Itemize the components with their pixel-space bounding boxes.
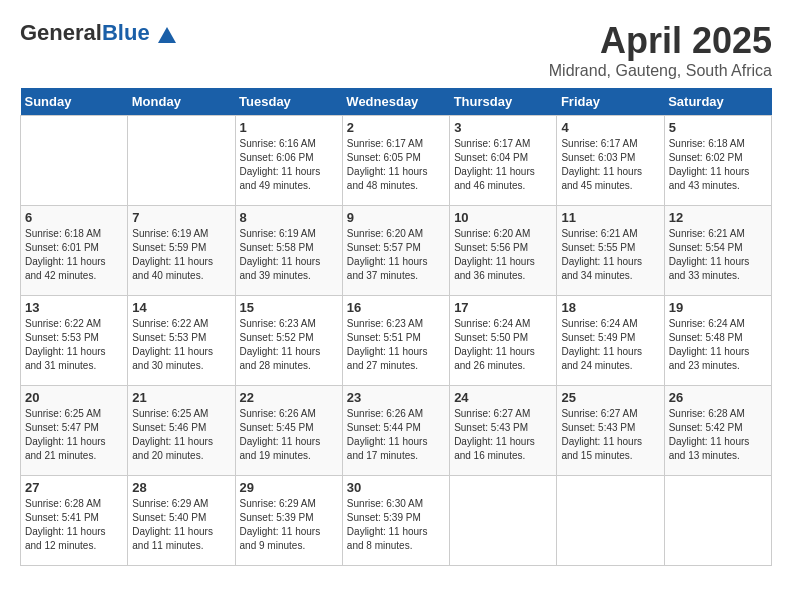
logo-general: General (20, 20, 102, 45)
day-info: Sunrise: 6:30 AMSunset: 5:39 PMDaylight:… (347, 497, 445, 553)
calendar-cell: 29Sunrise: 6:29 AMSunset: 5:39 PMDayligh… (235, 476, 342, 566)
day-info: Sunrise: 6:20 AMSunset: 5:56 PMDaylight:… (454, 227, 552, 283)
calendar-cell: 11Sunrise: 6:21 AMSunset: 5:55 PMDayligh… (557, 206, 664, 296)
calendar-cell: 19Sunrise: 6:24 AMSunset: 5:48 PMDayligh… (664, 296, 771, 386)
day-number: 10 (454, 210, 552, 225)
calendar-cell: 23Sunrise: 6:26 AMSunset: 5:44 PMDayligh… (342, 386, 449, 476)
calendar-cell: 10Sunrise: 6:20 AMSunset: 5:56 PMDayligh… (450, 206, 557, 296)
calendar-cell: 18Sunrise: 6:24 AMSunset: 5:49 PMDayligh… (557, 296, 664, 386)
weekday-header: Thursday (450, 88, 557, 116)
calendar-cell: 14Sunrise: 6:22 AMSunset: 5:53 PMDayligh… (128, 296, 235, 386)
day-info: Sunrise: 6:29 AMSunset: 5:40 PMDaylight:… (132, 497, 230, 553)
calendar-cell: 6Sunrise: 6:18 AMSunset: 6:01 PMDaylight… (21, 206, 128, 296)
day-info: Sunrise: 6:25 AMSunset: 5:46 PMDaylight:… (132, 407, 230, 463)
day-number: 28 (132, 480, 230, 495)
day-number: 13 (25, 300, 123, 315)
calendar-cell: 24Sunrise: 6:27 AMSunset: 5:43 PMDayligh… (450, 386, 557, 476)
location-title: Midrand, Gauteng, South Africa (549, 62, 772, 80)
calendar-cell: 26Sunrise: 6:28 AMSunset: 5:42 PMDayligh… (664, 386, 771, 476)
day-number: 30 (347, 480, 445, 495)
day-info: Sunrise: 6:21 AMSunset: 5:54 PMDaylight:… (669, 227, 767, 283)
page-header: GeneralBlue April 2025 Midrand, Gauteng,… (20, 20, 772, 80)
day-info: Sunrise: 6:19 AMSunset: 5:59 PMDaylight:… (132, 227, 230, 283)
day-number: 25 (561, 390, 659, 405)
svg-marker-0 (158, 27, 176, 43)
calendar-cell: 5Sunrise: 6:18 AMSunset: 6:02 PMDaylight… (664, 116, 771, 206)
day-number: 18 (561, 300, 659, 315)
day-number: 3 (454, 120, 552, 135)
day-number: 6 (25, 210, 123, 225)
calendar-cell: 25Sunrise: 6:27 AMSunset: 5:43 PMDayligh… (557, 386, 664, 476)
day-number: 4 (561, 120, 659, 135)
day-number: 29 (240, 480, 338, 495)
day-info: Sunrise: 6:27 AMSunset: 5:43 PMDaylight:… (454, 407, 552, 463)
calendar-week-row: 13Sunrise: 6:22 AMSunset: 5:53 PMDayligh… (21, 296, 772, 386)
calendar-cell (128, 116, 235, 206)
day-number: 8 (240, 210, 338, 225)
day-info: Sunrise: 6:20 AMSunset: 5:57 PMDaylight:… (347, 227, 445, 283)
calendar-cell (450, 476, 557, 566)
day-info: Sunrise: 6:17 AMSunset: 6:05 PMDaylight:… (347, 137, 445, 193)
calendar-week-row: 20Sunrise: 6:25 AMSunset: 5:47 PMDayligh… (21, 386, 772, 476)
calendar-cell: 13Sunrise: 6:22 AMSunset: 5:53 PMDayligh… (21, 296, 128, 386)
day-info: Sunrise: 6:23 AMSunset: 5:51 PMDaylight:… (347, 317, 445, 373)
day-number: 16 (347, 300, 445, 315)
day-info: Sunrise: 6:18 AMSunset: 6:02 PMDaylight:… (669, 137, 767, 193)
month-title: April 2025 (549, 20, 772, 62)
weekday-header: Friday (557, 88, 664, 116)
weekday-header: Tuesday (235, 88, 342, 116)
calendar-cell: 7Sunrise: 6:19 AMSunset: 5:59 PMDaylight… (128, 206, 235, 296)
weekday-header: Saturday (664, 88, 771, 116)
calendar-cell: 8Sunrise: 6:19 AMSunset: 5:58 PMDaylight… (235, 206, 342, 296)
day-number: 1 (240, 120, 338, 135)
day-info: Sunrise: 6:21 AMSunset: 5:55 PMDaylight:… (561, 227, 659, 283)
day-info: Sunrise: 6:16 AMSunset: 6:06 PMDaylight:… (240, 137, 338, 193)
logo: GeneralBlue (20, 20, 178, 47)
calendar-table: SundayMondayTuesdayWednesdayThursdayFrid… (20, 88, 772, 566)
day-info: Sunrise: 6:18 AMSunset: 6:01 PMDaylight:… (25, 227, 123, 283)
day-number: 20 (25, 390, 123, 405)
weekday-header-row: SundayMondayTuesdayWednesdayThursdayFrid… (21, 88, 772, 116)
day-number: 14 (132, 300, 230, 315)
calendar-cell: 3Sunrise: 6:17 AMSunset: 6:04 PMDaylight… (450, 116, 557, 206)
day-number: 11 (561, 210, 659, 225)
logo-text: GeneralBlue (20, 20, 178, 47)
day-info: Sunrise: 6:28 AMSunset: 5:42 PMDaylight:… (669, 407, 767, 463)
day-number: 19 (669, 300, 767, 315)
calendar-cell: 21Sunrise: 6:25 AMSunset: 5:46 PMDayligh… (128, 386, 235, 476)
day-info: Sunrise: 6:26 AMSunset: 5:45 PMDaylight:… (240, 407, 338, 463)
calendar-cell: 9Sunrise: 6:20 AMSunset: 5:57 PMDaylight… (342, 206, 449, 296)
calendar-cell: 4Sunrise: 6:17 AMSunset: 6:03 PMDaylight… (557, 116, 664, 206)
weekday-header: Wednesday (342, 88, 449, 116)
calendar-cell: 15Sunrise: 6:23 AMSunset: 5:52 PMDayligh… (235, 296, 342, 386)
day-info: Sunrise: 6:25 AMSunset: 5:47 PMDaylight:… (25, 407, 123, 463)
day-number: 15 (240, 300, 338, 315)
calendar-cell: 2Sunrise: 6:17 AMSunset: 6:05 PMDaylight… (342, 116, 449, 206)
day-number: 26 (669, 390, 767, 405)
calendar-cell (557, 476, 664, 566)
calendar-cell (21, 116, 128, 206)
day-number: 21 (132, 390, 230, 405)
day-number: 17 (454, 300, 552, 315)
calendar-cell: 27Sunrise: 6:28 AMSunset: 5:41 PMDayligh… (21, 476, 128, 566)
day-number: 24 (454, 390, 552, 405)
day-info: Sunrise: 6:17 AMSunset: 6:04 PMDaylight:… (454, 137, 552, 193)
day-info: Sunrise: 6:17 AMSunset: 6:03 PMDaylight:… (561, 137, 659, 193)
day-info: Sunrise: 6:26 AMSunset: 5:44 PMDaylight:… (347, 407, 445, 463)
day-info: Sunrise: 6:24 AMSunset: 5:50 PMDaylight:… (454, 317, 552, 373)
calendar-cell: 1Sunrise: 6:16 AMSunset: 6:06 PMDaylight… (235, 116, 342, 206)
calendar-cell: 16Sunrise: 6:23 AMSunset: 5:51 PMDayligh… (342, 296, 449, 386)
calendar-cell: 20Sunrise: 6:25 AMSunset: 5:47 PMDayligh… (21, 386, 128, 476)
logo-blue: Blue (102, 20, 150, 45)
day-number: 22 (240, 390, 338, 405)
calendar-cell (664, 476, 771, 566)
calendar-cell: 17Sunrise: 6:24 AMSunset: 5:50 PMDayligh… (450, 296, 557, 386)
day-number: 27 (25, 480, 123, 495)
calendar-week-row: 6Sunrise: 6:18 AMSunset: 6:01 PMDaylight… (21, 206, 772, 296)
day-info: Sunrise: 6:23 AMSunset: 5:52 PMDaylight:… (240, 317, 338, 373)
day-number: 23 (347, 390, 445, 405)
calendar-cell: 12Sunrise: 6:21 AMSunset: 5:54 PMDayligh… (664, 206, 771, 296)
calendar-week-row: 27Sunrise: 6:28 AMSunset: 5:41 PMDayligh… (21, 476, 772, 566)
day-info: Sunrise: 6:28 AMSunset: 5:41 PMDaylight:… (25, 497, 123, 553)
weekday-header: Sunday (21, 88, 128, 116)
